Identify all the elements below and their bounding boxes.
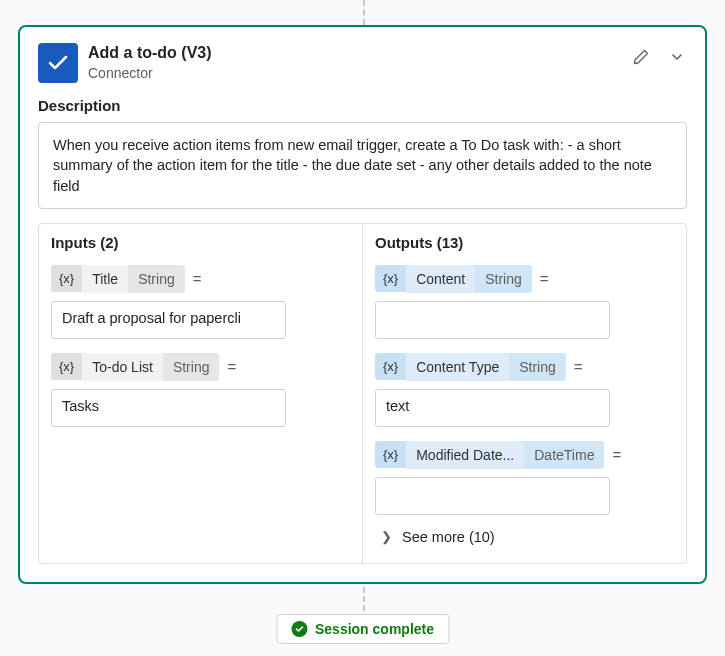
param-type: DateTime bbox=[524, 441, 604, 469]
param-chip[interactable]: {x} To-do List String = bbox=[51, 353, 236, 381]
param-type: String bbox=[509, 353, 566, 381]
session-label: Session complete bbox=[315, 621, 434, 637]
chevron-down-icon[interactable] bbox=[667, 47, 687, 67]
param-name: Title bbox=[82, 265, 128, 293]
io-container: Inputs (2) {x} Title String = Draft a pr… bbox=[38, 223, 687, 564]
see-more-button[interactable]: ❯ See more (10) bbox=[381, 529, 674, 545]
output-param: {x} Content String = bbox=[375, 265, 674, 339]
fx-icon: {x} bbox=[375, 353, 406, 380]
param-name: Content bbox=[406, 265, 475, 293]
session-complete-badge: Session complete bbox=[276, 614, 449, 644]
param-chip[interactable]: {x} Title String = bbox=[51, 265, 201, 293]
fx-icon: {x} bbox=[375, 441, 406, 468]
card-title: Add a to-do (V3) bbox=[88, 43, 621, 64]
equals-sign: = bbox=[193, 270, 202, 287]
equals-sign: = bbox=[227, 358, 236, 375]
param-name: Content Type bbox=[406, 353, 509, 381]
param-chip[interactable]: {x} Content String = bbox=[375, 265, 549, 293]
param-type: String bbox=[163, 353, 220, 381]
param-chip[interactable]: {x} Content Type String = bbox=[375, 353, 583, 381]
param-name: To-do List bbox=[82, 353, 163, 381]
connector-line-top bbox=[363, 0, 365, 25]
equals-sign: = bbox=[574, 358, 583, 375]
input-param: {x} To-do List String = Tasks bbox=[51, 353, 350, 427]
equals-sign: = bbox=[540, 270, 549, 287]
description-text: When you receive action items from new e… bbox=[38, 122, 687, 209]
card-titles: Add a to-do (V3) Connector bbox=[88, 43, 621, 82]
todo-connector-icon bbox=[38, 43, 78, 83]
inputs-title: Inputs (2) bbox=[51, 234, 350, 251]
edit-icon[interactable] bbox=[631, 47, 651, 67]
card-subtitle: Connector bbox=[88, 64, 621, 82]
input-param: {x} Title String = Draft a proposal for … bbox=[51, 265, 350, 339]
check-circle-icon bbox=[291, 621, 307, 637]
param-chip[interactable]: {x} Modified Date... DateTime = bbox=[375, 441, 621, 469]
chevron-right-icon: ❯ bbox=[381, 529, 392, 544]
output-param: {x} Modified Date... DateTime = bbox=[375, 441, 674, 515]
param-value-input[interactable]: Tasks bbox=[51, 389, 286, 427]
param-value-output[interactable]: text bbox=[375, 389, 610, 427]
inputs-column: Inputs (2) {x} Title String = Draft a pr… bbox=[39, 224, 363, 563]
param-type: String bbox=[128, 265, 185, 293]
param-name: Modified Date... bbox=[406, 441, 524, 469]
outputs-column: Outputs (13) {x} Content String = {x} Co… bbox=[363, 224, 686, 563]
fx-icon: {x} bbox=[51, 353, 82, 380]
outputs-title: Outputs (13) bbox=[375, 234, 674, 251]
card-header: Add a to-do (V3) Connector bbox=[38, 43, 687, 83]
description-label: Description bbox=[38, 97, 687, 114]
fx-icon: {x} bbox=[375, 265, 406, 292]
param-value-output[interactable] bbox=[375, 301, 610, 339]
action-card: Add a to-do (V3) Connector Description W… bbox=[18, 25, 707, 584]
see-more-label: See more (10) bbox=[402, 529, 495, 545]
fx-icon: {x} bbox=[51, 265, 82, 292]
param-type: String bbox=[475, 265, 532, 293]
param-value-output[interactable] bbox=[375, 477, 610, 515]
equals-sign: = bbox=[612, 446, 621, 463]
card-actions bbox=[631, 43, 687, 67]
output-param: {x} Content Type String = text bbox=[375, 353, 674, 427]
param-value-input[interactable]: Draft a proposal for papercli bbox=[51, 301, 286, 339]
